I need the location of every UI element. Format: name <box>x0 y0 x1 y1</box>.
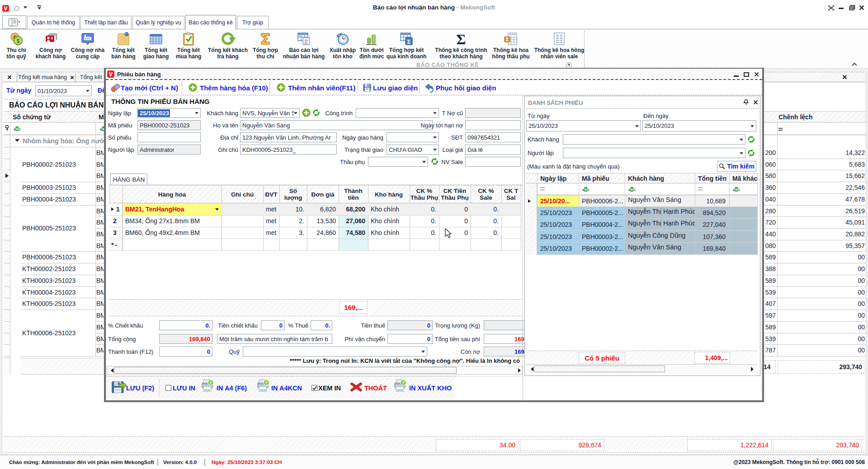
svg-text:?: ? <box>209 380 212 385</box>
svg-text:C: C <box>634 188 636 192</box>
svg-text:B: B <box>631 188 633 192</box>
svg-text:B: B <box>735 188 737 192</box>
svg-text:A: A <box>14 128 16 131</box>
svg-text:?: ? <box>265 380 268 385</box>
svg-text:$: $ <box>16 38 20 44</box>
svg-text:Σ: Σ <box>407 38 411 45</box>
svg-text:A: A <box>733 188 735 192</box>
svg-text:C: C <box>588 188 590 192</box>
svg-text:A: A <box>582 188 585 192</box>
svg-text:C: C <box>738 188 741 192</box>
svg-text:Σ: Σ <box>506 37 509 42</box>
svg-text:A: A <box>100 128 102 131</box>
svg-text:Σ: Σ <box>305 38 308 45</box>
svg-text:Σ: Σ <box>457 32 466 46</box>
svg-text:B: B <box>16 127 18 131</box>
svg-text:A: A <box>628 188 631 192</box>
svg-text:B: B <box>585 188 587 192</box>
svg-text:?: ? <box>402 380 405 385</box>
svg-text:C: C <box>19 128 21 131</box>
